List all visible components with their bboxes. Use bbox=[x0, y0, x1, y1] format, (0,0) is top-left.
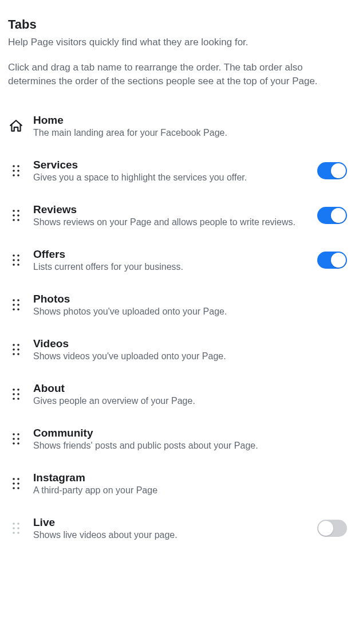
drag-handle-icon[interactable] bbox=[12, 209, 20, 222]
drag-handle-icon[interactable] bbox=[12, 299, 20, 311]
svg-point-0 bbox=[13, 166, 15, 168]
tab-item-reviews[interactable]: Reviews Shows reviews on your Page and a… bbox=[8, 193, 347, 238]
tab-name: Services bbox=[33, 159, 303, 171]
toggle-knob bbox=[331, 163, 346, 178]
tab-description: Shows live videos about your page. bbox=[33, 530, 297, 540]
svg-point-16 bbox=[13, 264, 15, 266]
svg-point-37 bbox=[17, 434, 19, 436]
tab-body: About Gives people an overview of your P… bbox=[33, 382, 303, 406]
handle-col bbox=[8, 164, 24, 177]
svg-point-42 bbox=[13, 478, 15, 481]
tab-item-home[interactable]: Home The main landing area for your Face… bbox=[8, 104, 347, 148]
tab-item-community[interactable]: Community Shows friends' posts and publi… bbox=[8, 417, 347, 461]
tab-name: Instagram bbox=[33, 472, 303, 484]
svg-point-49 bbox=[17, 523, 19, 525]
svg-point-53 bbox=[17, 532, 19, 535]
tab-body: Community Shows friends' posts and publi… bbox=[33, 427, 303, 451]
tab-description: Shows friends' posts and public posts ab… bbox=[33, 441, 297, 451]
tab-item-services[interactable]: Services Gives you a space to highlight … bbox=[8, 148, 347, 193]
drag-handle-icon[interactable] bbox=[12, 477, 20, 490]
tab-description: Lists current offers for your business. bbox=[33, 262, 297, 272]
drag-handle-icon[interactable] bbox=[12, 388, 20, 400]
svg-point-46 bbox=[13, 488, 15, 490]
svg-point-43 bbox=[17, 478, 19, 481]
toggle-col bbox=[313, 207, 347, 224]
toggle-knob bbox=[318, 521, 333, 536]
svg-point-3 bbox=[17, 170, 19, 172]
toggle-live[interactable] bbox=[317, 520, 347, 537]
tab-name: Offers bbox=[33, 248, 303, 261]
tab-item-photos[interactable]: Photos Shows photos you've uploaded onto… bbox=[8, 282, 347, 327]
handle-col bbox=[8, 433, 24, 445]
tab-name: Home bbox=[33, 114, 303, 127]
svg-point-12 bbox=[13, 255, 15, 257]
tab-name: Videos bbox=[33, 337, 303, 350]
drag-handle-icon[interactable] bbox=[12, 254, 20, 266]
tab-body: Home The main landing area for your Face… bbox=[33, 114, 303, 138]
svg-point-17 bbox=[17, 264, 19, 266]
svg-point-11 bbox=[17, 219, 19, 222]
svg-point-36 bbox=[13, 434, 15, 436]
svg-point-23 bbox=[17, 309, 19, 311]
svg-point-22 bbox=[13, 309, 15, 311]
svg-point-13 bbox=[17, 255, 19, 257]
handle-col bbox=[8, 254, 24, 266]
svg-point-41 bbox=[17, 443, 19, 445]
tab-body: Live Shows live videos about your page. bbox=[33, 516, 303, 540]
handle-col bbox=[8, 119, 24, 133]
page-title: Tabs bbox=[8, 17, 347, 32]
svg-point-45 bbox=[17, 483, 19, 485]
instruction-text: Click and drag a tab name to rearrange t… bbox=[8, 61, 347, 88]
drag-handle-icon[interactable] bbox=[12, 164, 20, 177]
tab-body: Services Gives you a space to highlight … bbox=[33, 159, 303, 183]
tab-description: Shows videos you've uploaded onto your P… bbox=[33, 351, 297, 362]
svg-point-34 bbox=[13, 398, 15, 400]
svg-point-29 bbox=[17, 354, 19, 356]
tab-item-about[interactable]: About Gives people an overview of your P… bbox=[8, 372, 347, 417]
svg-point-14 bbox=[13, 260, 15, 262]
drag-handle-icon[interactable] bbox=[12, 522, 20, 535]
svg-point-19 bbox=[17, 300, 19, 302]
svg-point-6 bbox=[13, 210, 15, 213]
svg-point-21 bbox=[17, 304, 19, 307]
svg-point-2 bbox=[13, 170, 15, 172]
tab-item-offers[interactable]: Offers Lists current offers for your bus… bbox=[8, 238, 347, 282]
svg-point-48 bbox=[13, 523, 15, 525]
home-icon bbox=[9, 119, 23, 133]
tab-name: Live bbox=[33, 516, 303, 529]
tab-item-live[interactable]: Live Shows live videos about your page. bbox=[8, 506, 347, 551]
tab-name: Reviews bbox=[33, 203, 303, 216]
svg-point-20 bbox=[13, 304, 15, 307]
svg-point-47 bbox=[17, 488, 19, 490]
svg-point-26 bbox=[13, 349, 15, 351]
svg-point-50 bbox=[13, 528, 15, 530]
tab-body: Photos Shows photos you've uploaded onto… bbox=[33, 293, 303, 317]
tab-list: Home The main landing area for your Face… bbox=[8, 104, 347, 551]
tab-item-instagram[interactable]: Instagram A third-party app on your Page bbox=[8, 461, 347, 506]
tab-item-videos[interactable]: Videos Shows videos you've uploaded onto… bbox=[8, 327, 347, 372]
svg-point-39 bbox=[17, 438, 19, 441]
toggle-col bbox=[313, 252, 347, 269]
toggle-col bbox=[313, 162, 347, 179]
toggle-services[interactable] bbox=[317, 162, 347, 179]
svg-point-33 bbox=[17, 394, 19, 396]
drag-handle-icon[interactable] bbox=[12, 433, 20, 445]
svg-point-9 bbox=[17, 215, 19, 217]
tab-description: A third-party app on your Page bbox=[33, 485, 297, 496]
svg-point-31 bbox=[17, 389, 19, 391]
svg-point-32 bbox=[13, 394, 15, 396]
svg-point-28 bbox=[13, 354, 15, 356]
toggle-offers[interactable] bbox=[317, 252, 347, 269]
svg-point-10 bbox=[13, 219, 15, 222]
toggle-knob bbox=[331, 208, 346, 223]
toggle-reviews[interactable] bbox=[317, 207, 347, 224]
tab-name: Community bbox=[33, 427, 303, 439]
svg-point-35 bbox=[17, 398, 19, 400]
svg-point-18 bbox=[13, 300, 15, 302]
tab-body: Videos Shows videos you've uploaded onto… bbox=[33, 337, 303, 362]
drag-handle-icon[interactable] bbox=[12, 343, 20, 356]
svg-point-5 bbox=[17, 175, 19, 177]
handle-col bbox=[8, 343, 24, 356]
tab-description: Gives people an overview of your Page. bbox=[33, 396, 297, 406]
toggle-knob bbox=[331, 253, 346, 268]
